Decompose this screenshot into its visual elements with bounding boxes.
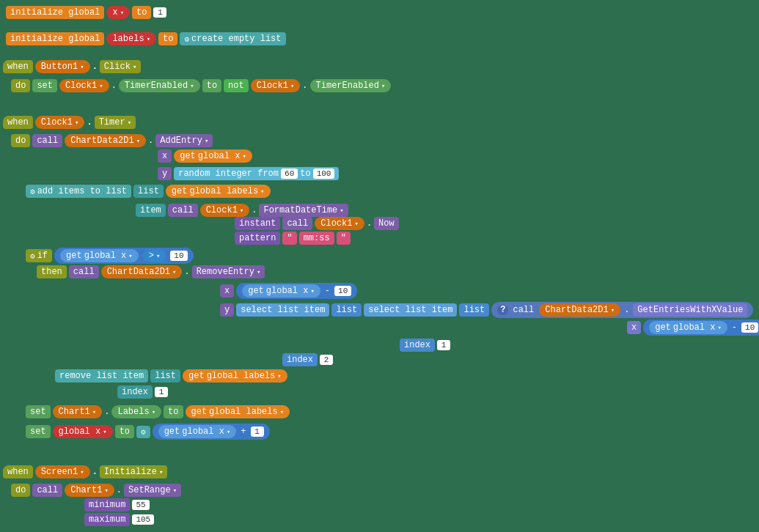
init-global-x-block: initialize global x ▾ to 1 (6, 6, 166, 19)
pattern-value[interactable]: mm:ss (299, 232, 334, 245)
set-label3: set (26, 425, 51, 438)
random-to-val[interactable]: 100 (313, 169, 335, 179)
clock1-comp2[interactable]: Clock1 ▾ (251, 79, 301, 92)
get-global-labels[interactable]: get global labels ▾ (166, 185, 271, 198)
y-param-label: y (158, 167, 172, 180)
remove-list-block[interactable]: remove list item (55, 369, 148, 383)
initialize-event[interactable]: Initialize ▾ (100, 465, 167, 479)
val-10[interactable]: 10 (170, 251, 187, 261)
y-random-integer: y random integer from 60 to 100 (158, 167, 339, 180)
when-screen1-init: when Screen1 ▾ . Initialize ▾ (3, 465, 167, 479)
init-label: initialize global (10, 7, 100, 18)
select-list-item1[interactable]: select list item (236, 303, 329, 317)
get-x-gt-10: get global x ▾ > ▾ 10 (54, 248, 193, 264)
labels-prop[interactable]: Labels ▾ (111, 405, 161, 418)
random-integer-block: random integer from 60 to 100 (174, 167, 339, 180)
now-method[interactable]: Now (374, 217, 399, 230)
call-label: call (32, 134, 62, 147)
then-call-remove: then call ChartData2D1 ▾ . RemoveEntry ▾ (37, 265, 265, 278)
global-x-var[interactable]: global x ▾ (53, 425, 113, 438)
pattern-param: pattern (235, 232, 280, 245)
index-param3: index (117, 385, 153, 399)
x-getx-minus-10: x get global x ▾ - 10 (220, 283, 357, 299)
index-val-2[interactable]: 2 (320, 355, 333, 365)
set-chart-labels: set Chart1 ▾ . Labels ▾ to get global la… (26, 405, 290, 418)
var-x[interactable]: x ▾ (106, 6, 130, 19)
chartdata2d1-comp[interactable]: ChartData2D1 ▾ (65, 134, 146, 147)
get-global-x2[interactable]: get global x ▾ (60, 249, 139, 262)
get-global-x[interactable]: get global x ▾ (174, 149, 252, 163)
pattern-row: pattern " mm:ss " (235, 232, 351, 245)
screen1-comp[interactable]: Screen1 ▾ (35, 465, 90, 479)
index-2-outer: index 2 (282, 353, 333, 366)
chart1-comp[interactable]: Chart1 ▾ (53, 405, 103, 418)
add-items-to-list: ⚙ add items to list list get global labe… (26, 185, 271, 198)
timer-enabled-prop2[interactable]: TimerEnabled ▾ (310, 79, 392, 92)
chartdata2d1-comp2[interactable]: ChartData2D1 ▾ (101, 265, 183, 278)
setrange-method[interactable]: SetRange ▾ (124, 484, 181, 497)
get-global-labels3[interactable]: get global labels ▾ (186, 405, 290, 418)
val-10b[interactable]: 10 (334, 286, 351, 296)
question-icon: ? (497, 305, 508, 315)
addentry-method[interactable]: AddEntry ▾ (155, 134, 213, 147)
remove-list-item: remove list item list get global labels … (55, 369, 287, 383)
get-global-x5[interactable]: get global x ▾ (158, 425, 237, 438)
init-global-labels-block: initialize global labels ▾ to ⚙ create e… (6, 32, 286, 45)
index-val-1b[interactable]: 1 (155, 387, 168, 397)
when-clock-timer: when Clock1 ▾ . Timer ▾ (3, 116, 136, 129)
timer-enabled-prop[interactable]: TimerEnabled ▾ (119, 79, 200, 92)
gt-op[interactable]: > ▾ (143, 249, 166, 262)
y-select-list: y select list item list select list item… (220, 302, 753, 318)
index-1b: index 1 (117, 385, 168, 399)
get-entries-method[interactable]: GetEntriesWithXValue (633, 303, 747, 317)
set-label: set (32, 79, 57, 92)
index-param1: index (400, 339, 435, 352)
when-button1-click: when Button1 ▾ . Click ▾ (3, 60, 141, 73)
button1-component[interactable]: Button1 ▾ (35, 60, 90, 73)
list-param4: list (150, 369, 180, 383)
clock1-comp[interactable]: Clock1 ▾ (59, 79, 109, 92)
removeentry-method[interactable]: RemoveEntry ▾ (192, 265, 265, 278)
get-global-x4[interactable]: get global x ▾ (649, 321, 727, 334)
index-param2: index (282, 353, 318, 366)
chartdata2d1-comp3[interactable]: ChartData2D1 ▾ (539, 303, 620, 317)
get-global-labels2[interactable]: get global labels ▾ (183, 369, 287, 383)
x-value[interactable]: 1 (153, 7, 166, 18)
to-label5: to (115, 425, 134, 438)
click-event[interactable]: Click ▾ (100, 60, 141, 73)
create-empty-list[interactable]: ⚙ create empty list (180, 32, 285, 45)
call-label4: call (69, 265, 99, 278)
then-label: then (37, 265, 67, 278)
initialize-global-label2: initialize global (6, 32, 104, 45)
maximum-val[interactable]: 105 (132, 514, 154, 525)
get-global-x3[interactable]: get global x ▾ (242, 284, 320, 298)
if-gear[interactable]: ⚙ if (26, 249, 52, 262)
timer-event[interactable]: Timer ▾ (95, 116, 136, 129)
item-call-format: item call Clock1 ▾ . FormatDateTime ▾ (136, 204, 348, 217)
gear-icon-block[interactable]: ⚙ (136, 426, 150, 438)
clock1-comp3[interactable]: Clock1 ▾ (35, 116, 85, 129)
val-1[interactable]: 1 (251, 426, 264, 437)
list-param: list (133, 185, 164, 198)
clock1-comp4[interactable]: Clock1 ▾ (200, 204, 250, 217)
to-label: to (132, 6, 151, 19)
clock1-comp5[interactable]: Clock1 ▾ (315, 217, 364, 230)
format-method[interactable]: FormatDateTime ▾ (259, 204, 348, 217)
minimum-val[interactable]: 55 (132, 500, 149, 510)
do-label2: do (11, 134, 30, 147)
not-label: not (224, 79, 249, 92)
when-label3: when (3, 465, 33, 479)
val-10c[interactable]: 10 (741, 322, 758, 333)
chart1-comp2[interactable]: Chart1 ▾ (65, 484, 114, 497)
question-call: ? call ChartData2D1 ▾ . GetEntriesWithXV… (491, 302, 753, 318)
maximum-param: maximum (84, 513, 130, 526)
add-items-block[interactable]: ⚙ add items to list (26, 185, 131, 198)
var-labels[interactable]: labels ▾ (106, 32, 156, 45)
index-val-1[interactable]: 1 (437, 340, 450, 350)
minimum-param: minimum (84, 498, 130, 511)
get-x-minus-10b: get global x ▾ - 10 (643, 319, 759, 336)
random-from-val[interactable]: 60 (281, 169, 298, 179)
set-global-x: set global x ▾ to ⚙ get global x ▾ + 1 (26, 424, 270, 440)
select-list-item2[interactable]: select list item (364, 303, 457, 317)
do-call-addentry: do call ChartData2D1 ▾ . AddEntry ▾ (11, 134, 213, 147)
